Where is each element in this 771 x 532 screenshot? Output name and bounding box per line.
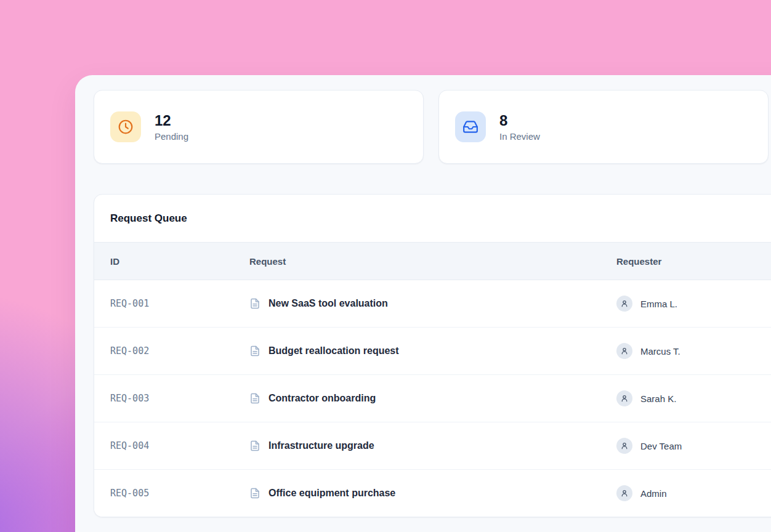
column-header-request: Request (249, 256, 616, 267)
requester-cell: Admin (616, 485, 771, 501)
request-id: REQ-004 (110, 440, 249, 451)
pending-label: Pending (155, 131, 188, 142)
requester-cell: Marcus T. (616, 343, 771, 359)
file-text-icon (249, 298, 260, 309)
request-queue-title: Request Queue (94, 195, 771, 242)
file-text-icon (249, 345, 260, 357)
stat-text: 8 In Review (499, 112, 540, 142)
request-title: New SaaS tool evaluation (268, 298, 388, 309)
request-title: Office equipment purchase (268, 488, 395, 499)
request-id: REQ-005 (110, 488, 249, 499)
desktop-background: 12 Pending 8 In Review Request Queue (0, 0, 771, 532)
requester-name: Emma L. (640, 299, 677, 309)
table-row[interactable]: REQ-002Budget reallocation requestMarcus… (94, 328, 771, 375)
table-header-row: ID Request Requester (94, 242, 771, 280)
user-avatar-icon (616, 296, 632, 312)
clock-icon (110, 111, 141, 142)
user-avatar-icon (616, 390, 632, 406)
requester-name: Admin (640, 488, 667, 499)
table-row[interactable]: REQ-003Contractor onboardingSarah K. (94, 375, 771, 422)
requester-cell: Emma L. (616, 296, 771, 312)
request-cell: New SaaS tool evaluation (249, 298, 616, 309)
request-title: Contractor onboarding (268, 393, 376, 404)
requester-name: Sarah K. (640, 393, 676, 404)
request-id: REQ-003 (110, 393, 249, 404)
user-avatar-icon (616, 485, 632, 501)
inbox-icon (455, 111, 486, 142)
requester-cell: Dev Team (616, 438, 771, 454)
pending-count: 12 (155, 112, 188, 129)
stat-card-pending: 12 Pending (94, 90, 424, 164)
table-row[interactable]: REQ-004Infrastructure upgradeDev Team (94, 422, 771, 470)
request-id: REQ-001 (110, 298, 249, 309)
request-queue-card: Request Queue ID Request Requester REQ-0… (94, 194, 771, 517)
request-title: Infrastructure upgrade (268, 440, 374, 451)
user-avatar-icon (616, 343, 632, 359)
table-row[interactable]: REQ-001New SaaS tool evaluationEmma L. (94, 280, 771, 328)
request-id: REQ-002 (110, 345, 249, 357)
column-header-id: ID (110, 256, 249, 267)
request-title: Budget reallocation request (268, 345, 399, 357)
file-text-icon (249, 393, 260, 404)
requester-name: Dev Team (640, 441, 682, 451)
table-row[interactable]: REQ-005Office equipment purchaseAdmin (94, 470, 771, 517)
stat-card-in-review: 8 In Review (438, 90, 769, 164)
in-review-label: In Review (499, 131, 540, 142)
file-text-icon (249, 440, 260, 451)
stat-text: 12 Pending (155, 112, 188, 142)
request-cell: Contractor onboarding (249, 393, 616, 404)
in-review-count: 8 (499, 112, 540, 129)
requester-cell: Sarah K. (616, 390, 771, 406)
stats-row: 12 Pending 8 In Review (94, 90, 771, 164)
table-body: REQ-001New SaaS tool evaluationEmma L.RE… (94, 280, 771, 517)
request-cell: Office equipment purchase (249, 488, 616, 499)
request-cell: Infrastructure upgrade (249, 440, 616, 451)
file-text-icon (249, 488, 260, 499)
request-cell: Budget reallocation request (249, 345, 616, 357)
column-header-requester: Requester (616, 256, 771, 267)
user-avatar-icon (616, 438, 632, 454)
requester-name: Marcus T. (640, 346, 680, 357)
dashboard-panel: 12 Pending 8 In Review Request Queue (75, 75, 771, 532)
